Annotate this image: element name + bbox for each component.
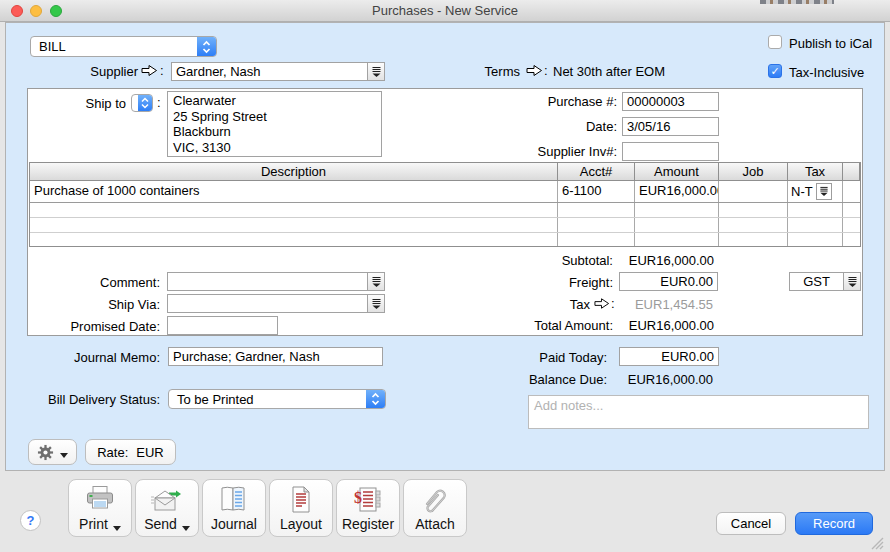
ship-to-address-field[interactable]: Clearwater 25 Spring Street Blackburn VI…	[167, 91, 382, 157]
supplier-inv-field[interactable]	[622, 142, 719, 161]
col-header-description: Description	[30, 163, 558, 180]
paid-today-field[interactable]: EUR0.00	[619, 347, 719, 366]
register-button[interactable]: $ Register	[336, 479, 400, 537]
supplier-list-button[interactable]	[367, 63, 384, 80]
purchase-no-field[interactable]: 00000003	[622, 92, 719, 111]
journal-button[interactable]: Journal	[202, 479, 266, 537]
purchase-no-value: 00000003	[623, 93, 718, 110]
supplier-inv-label: Supplier Inv#:	[500, 144, 617, 159]
purchases-window: { "window": { "title": "Purchases - New …	[0, 0, 890, 552]
supplier-zoom-arrow-icon[interactable]	[141, 64, 158, 80]
cancel-button[interactable]: Cancel	[716, 512, 786, 535]
journal-memo-value: Purchase; Gardner, Nash	[169, 348, 382, 365]
table-row-empty[interactable]	[30, 203, 860, 218]
list-select-icon	[847, 276, 858, 288]
register-icon: $	[337, 484, 399, 516]
layout-icon	[270, 484, 332, 516]
list-select-icon	[819, 186, 829, 197]
menu-caret-icon	[182, 526, 190, 531]
list-select-icon	[371, 66, 382, 78]
supplier-field[interactable]: Gardner, Nash	[171, 62, 385, 81]
freight-tax-list-button[interactable]	[843, 273, 860, 290]
publish-ical-checkbox[interactable]	[768, 35, 782, 49]
record-button[interactable]: Record	[795, 512, 873, 535]
ship-to-colon: :	[157, 95, 161, 110]
minimize-window-button[interactable]	[30, 5, 42, 17]
date-value: 3/05/16	[623, 118, 718, 135]
ship-to-label: Ship to	[56, 96, 126, 111]
table-row: Purchase of 1000 containers 6-1100 EUR16…	[30, 181, 860, 203]
table-scrollbar-header	[843, 163, 860, 180]
table-scrollbar[interactable]	[843, 181, 860, 202]
bill-delivery-status-popup[interactable]: To be Printed	[168, 389, 386, 409]
journal-label: Journal	[211, 516, 257, 532]
layout-button[interactable]: Layout	[269, 479, 333, 537]
ship-to-popup[interactable]	[131, 94, 153, 112]
freight-field[interactable]: EUR0.00	[619, 272, 718, 291]
close-window-button[interactable]	[11, 5, 23, 17]
send-button[interactable]: Send	[135, 479, 199, 537]
list-select-icon	[371, 298, 382, 310]
terms-zoom-arrow-icon[interactable]	[526, 64, 543, 80]
tax-zoom-arrow-icon[interactable]	[594, 297, 610, 313]
table-header-row: Description Acct# Amount Job Tax	[30, 163, 860, 181]
supplier-colon: :	[160, 63, 164, 78]
rate-button[interactable]: Rate: EUR	[85, 439, 176, 465]
register-label: Register	[342, 516, 394, 532]
cancel-label: Cancel	[731, 516, 771, 531]
journal-icon	[203, 484, 265, 516]
send-label: Send	[144, 516, 177, 532]
background-window-artifact	[760, 0, 834, 4]
notes-placeholder: Add notes...	[534, 398, 603, 413]
menu-caret-icon	[113, 526, 121, 531]
attach-button[interactable]: Attach	[403, 479, 467, 537]
print-button[interactable]: Print	[68, 479, 132, 537]
comment-list-button[interactable]	[367, 273, 384, 290]
ship-via-field[interactable]	[167, 294, 385, 313]
notes-field[interactable]: Add notes...	[528, 395, 869, 429]
paid-today-label: Paid Today:	[490, 350, 607, 365]
date-field[interactable]: 3/05/16	[622, 117, 719, 136]
zoom-window-button[interactable]	[50, 5, 62, 17]
list-select-icon	[371, 276, 382, 288]
paid-today-value: EUR0.00	[620, 348, 718, 365]
line-tax-list-button[interactable]	[816, 183, 832, 200]
col-header-tax: Tax	[788, 163, 843, 180]
transaction-type-popup[interactable]: BILL	[30, 36, 217, 57]
resize-grip[interactable]	[864, 534, 884, 552]
terms-value: Net 30th after EOM	[553, 64, 665, 79]
check-icon: ✓	[770, 66, 779, 77]
ship-via-list-button[interactable]	[367, 295, 384, 312]
comment-field[interactable]	[167, 272, 385, 291]
journal-memo-field[interactable]: Purchase; Gardner, Nash	[168, 347, 383, 366]
journal-memo-label: Journal Memo:	[40, 350, 160, 365]
popup-stepper-icon	[366, 390, 385, 408]
bill-delivery-status-label: Bill Delivery Status:	[28, 392, 160, 407]
table-row-empty[interactable]	[30, 233, 860, 246]
line-tax-cell[interactable]: N-T	[788, 181, 843, 202]
tax-inclusive-checkbox[interactable]: ✓	[768, 64, 782, 78]
svg-text:$: $	[354, 489, 362, 506]
comment-value	[168, 273, 367, 290]
line-description-cell[interactable]: Purchase of 1000 containers	[30, 181, 558, 202]
layout-label: Layout	[280, 516, 322, 532]
freight-tax-code-control[interactable]: GST	[789, 272, 861, 291]
line-acct-cell[interactable]: 6-1100	[558, 181, 635, 202]
popup-stepper-icon	[197, 37, 216, 56]
settings-button[interactable]	[28, 439, 77, 465]
total-amount-value: EUR16,000.00	[593, 318, 714, 333]
col-header-job: Job	[719, 163, 788, 180]
line-job-cell[interactable]	[719, 181, 788, 202]
line-amount-cell[interactable]: EUR16,000.00	[635, 181, 719, 202]
rate-label: Rate:	[97, 445, 128, 460]
table-row-empty[interactable]	[30, 218, 860, 233]
purchase-no-label: Purchase #:	[500, 94, 617, 109]
tax-label: Tax	[530, 297, 590, 312]
tax-value: EUR1,454.55	[613, 297, 713, 312]
transaction-type-value: BILL	[31, 37, 197, 56]
help-button[interactable]: ?	[20, 510, 41, 531]
promised-date-field[interactable]	[167, 316, 278, 335]
title-bar[interactable]: Purchases - New Service	[0, 0, 890, 22]
supplier-label: Supplier	[58, 64, 138, 79]
balance-due-label: Balance Due:	[490, 372, 607, 387]
